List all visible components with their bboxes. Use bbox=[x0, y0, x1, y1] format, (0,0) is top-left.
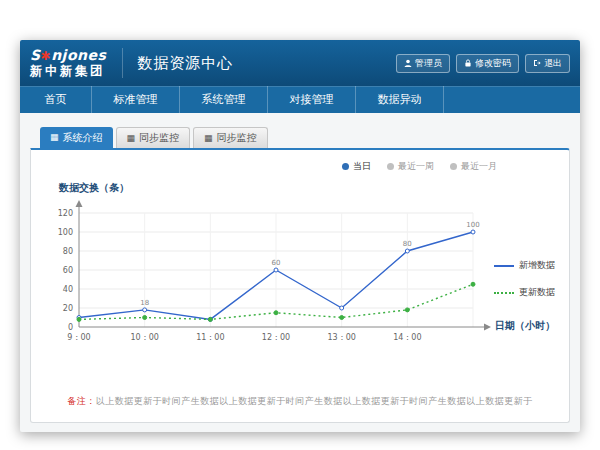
svg-text:100: 100 bbox=[466, 221, 479, 229]
radio-dot-icon bbox=[387, 163, 394, 170]
svg-text:10：00: 10：00 bbox=[130, 333, 158, 342]
change-password-button[interactable]: 修改密码 bbox=[456, 54, 519, 73]
legend-line-solid bbox=[494, 265, 514, 267]
svg-text:11：00: 11：00 bbox=[196, 333, 224, 342]
tab-sync-monitor-1[interactable]: ▦同步监控 bbox=[116, 127, 191, 148]
filter-label: 当日 bbox=[353, 160, 371, 173]
line-chart: 0204060801001209：0010：0011：0012：0013：001… bbox=[43, 197, 499, 359]
y-axis-title: 数据交换（条） bbox=[59, 181, 557, 195]
tab-label: 同步监控 bbox=[139, 131, 179, 145]
legend-line-dotted bbox=[494, 292, 514, 294]
legend-item-update-data[interactable]: 更新数据 bbox=[494, 286, 555, 299]
filter-last-month[interactable]: 最近一月 bbox=[450, 160, 497, 173]
svg-text:40: 40 bbox=[63, 285, 73, 294]
filter-last-week[interactable]: 最近一周 bbox=[387, 160, 434, 173]
svg-text:13：00: 13：00 bbox=[327, 333, 355, 342]
legend-item-new-data[interactable]: 新增数据 bbox=[494, 259, 555, 272]
svg-text:12：00: 12：00 bbox=[262, 333, 290, 342]
chart-container: 0204060801001209：0010：0011：0012：0013：001… bbox=[43, 197, 557, 375]
legend-label: 更新数据 bbox=[519, 286, 555, 299]
svg-text:80: 80 bbox=[63, 247, 73, 256]
nav-home[interactable]: 首页 bbox=[20, 86, 92, 113]
tab-system-intro[interactable]: ▦系统介绍 bbox=[40, 127, 113, 148]
svg-text:60: 60 bbox=[63, 266, 73, 275]
tab-bar: ▦系统介绍 ▦同步监控 ▦同步监控 bbox=[40, 127, 570, 148]
x-axis-title: 日期（小时） bbox=[495, 319, 555, 333]
grid-icon: ▦ bbox=[50, 133, 59, 142]
brand-logo: S✱njones 新中新集团 bbox=[30, 48, 106, 77]
logo-text-right: njones bbox=[51, 47, 106, 63]
tab-sync-monitor-2[interactable]: ▦同步监控 bbox=[193, 127, 268, 148]
nav-connection-management[interactable]: 对接管理 bbox=[268, 86, 356, 113]
svg-text:0: 0 bbox=[68, 323, 73, 332]
svg-text:14：00: 14：00 bbox=[393, 333, 421, 342]
footnote-prefix: 备注： bbox=[67, 396, 96, 406]
app-window: S✱njones 新中新集团 数据资源中心 管理员 修改密码 退出 首页 标准管… bbox=[20, 40, 580, 432]
svg-text:9：00: 9：00 bbox=[67, 333, 90, 342]
nav-system-management[interactable]: 系统管理 bbox=[180, 86, 268, 113]
filter-label: 最近一月 bbox=[461, 160, 497, 173]
admin-user-label: 管理员 bbox=[415, 57, 442, 70]
footnote: 备注：以上数据更新于时间产生数据以上数据更新于时间产生数据以上数据更新于时间产生… bbox=[43, 395, 557, 408]
change-password-label: 修改密码 bbox=[475, 57, 511, 70]
svg-text:100: 100 bbox=[58, 228, 73, 237]
svg-text:18: 18 bbox=[140, 299, 149, 307]
filter-label: 最近一周 bbox=[398, 160, 434, 173]
radio-dot-icon bbox=[342, 163, 349, 170]
footnote-text: 以上数据更新于时间产生数据以上数据更新于时间产生数据以上数据更新于时间产生数据以… bbox=[96, 396, 533, 406]
nav-standard-management[interactable]: 标准管理 bbox=[92, 86, 180, 113]
logo-wordmark: S✱njones bbox=[30, 48, 106, 63]
tab-label: 同步监控 bbox=[217, 131, 257, 145]
range-filter-group: 当日 最近一周 最近一月 bbox=[43, 160, 557, 173]
content-area: ▦系统介绍 ▦同步监控 ▦同步监控 当日 最近一周 最近一月 数据交换（条） 0… bbox=[20, 113, 580, 432]
chart-panel: 当日 最近一周 最近一月 数据交换（条） 0204060801001209：00… bbox=[30, 148, 570, 423]
logo-star-icon: ✱ bbox=[41, 49, 52, 63]
page-title: 数据资源中心 bbox=[122, 48, 233, 78]
lock-icon bbox=[464, 59, 472, 67]
svg-text:60: 60 bbox=[272, 259, 281, 267]
filter-today[interactable]: 当日 bbox=[342, 160, 371, 173]
logo-text-left: S bbox=[30, 47, 41, 63]
header-actions: 管理员 修改密码 退出 bbox=[396, 54, 570, 73]
logout-label: 退出 bbox=[544, 57, 562, 70]
header: S✱njones 新中新集团 数据资源中心 管理员 修改密码 退出 bbox=[20, 40, 580, 86]
nav-data-change[interactable]: 数据异动 bbox=[356, 86, 444, 113]
svg-text:80: 80 bbox=[403, 240, 412, 248]
logout-button[interactable]: 退出 bbox=[525, 54, 570, 73]
svg-text:20: 20 bbox=[63, 304, 73, 313]
svg-text:120: 120 bbox=[58, 209, 73, 218]
main-nav: 首页 标准管理 系统管理 对接管理 数据异动 bbox=[20, 86, 580, 113]
logout-icon bbox=[533, 59, 541, 67]
chart-legend: 新增数据 更新数据 bbox=[494, 259, 555, 299]
grid-icon: ▦ bbox=[127, 134, 136, 143]
tab-label: 系统介绍 bbox=[63, 131, 103, 145]
radio-dot-icon bbox=[450, 163, 457, 170]
logo-company-name: 新中新集团 bbox=[30, 64, 106, 78]
legend-label: 新增数据 bbox=[519, 259, 555, 272]
grid-icon: ▦ bbox=[204, 134, 213, 143]
user-icon bbox=[404, 59, 412, 67]
admin-user-button[interactable]: 管理员 bbox=[396, 54, 450, 73]
